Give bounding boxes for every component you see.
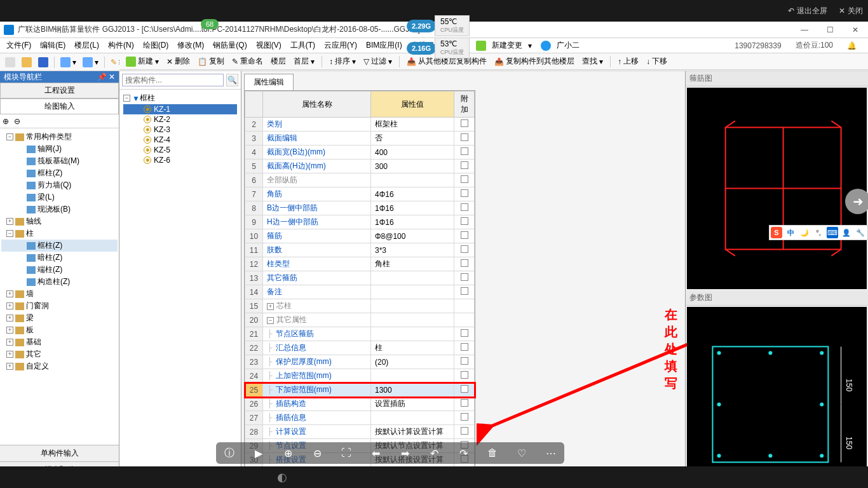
- menu-bim[interactable]: BIM应用(I): [362, 39, 406, 52]
- tree-node[interactable]: 剪力墙(Q): [1, 179, 118, 191]
- kz-list[interactable]: −▼ 框柱✱KZ-1✱KZ-2✱KZ-3✱KZ-4✱KZ-5✱KZ-6: [119, 90, 241, 168]
- tree-node[interactable]: +门窗洞: [1, 300, 118, 312]
- more-icon[interactable]: ⋯: [544, 446, 558, 460]
- info-icon[interactable]: ⓘ: [222, 446, 236, 460]
- menu-component[interactable]: 构件(N): [104, 39, 138, 52]
- tool-undo[interactable]: ▾: [58, 56, 79, 69]
- property-row[interactable]: 28├ 计算设置按默认计算设置计算: [245, 425, 475, 439]
- property-row[interactable]: 11肢数3*3: [245, 243, 475, 257]
- property-row[interactable]: 27├ 插筋信息: [245, 411, 475, 425]
- new-change-button[interactable]: 新建变更 ▾: [472, 37, 536, 53]
- property-row[interactable]: 20−其它属性: [245, 313, 475, 327]
- collapse-icon[interactable]: ⊖: [14, 117, 20, 126]
- btn-filter[interactable]: ▽ 过滤 ▾: [361, 55, 395, 68]
- property-row[interactable]: 2类别框架柱: [245, 118, 475, 132]
- property-row[interactable]: 3截面编辑否: [245, 132, 475, 146]
- property-row[interactable]: 24├ 上加密范围(mm): [245, 369, 475, 383]
- btn-new[interactable]: 新建 ▾: [123, 55, 161, 68]
- fit-icon[interactable]: ⛶: [339, 446, 353, 460]
- tab-project[interactable]: 工程设置: [0, 83, 119, 98]
- kz-root[interactable]: −▼ 框柱: [123, 92, 237, 104]
- property-row[interactable]: 13其它箍筋: [245, 271, 475, 285]
- kz-item[interactable]: ✱KZ-4: [123, 135, 237, 145]
- property-row[interactable]: 21├ 节点区箍筋: [245, 327, 475, 341]
- btn-rename[interactable]: ✎ 重命名: [229, 55, 266, 68]
- kz-item[interactable]: ✱KZ-1: [123, 104, 237, 114]
- search-button[interactable]: 🔍: [226, 74, 238, 86]
- next-preview-icon[interactable]: ➜: [845, 189, 868, 214]
- search-input[interactable]: [122, 74, 224, 86]
- tree-node[interactable]: 构造柱(Z): [1, 276, 118, 288]
- tab-draw[interactable]: 绘图输入: [0, 98, 119, 114]
- tool-save[interactable]: [36, 56, 51, 69]
- tree-node[interactable]: 框柱(Z): [1, 167, 118, 179]
- user-button[interactable]: 广小二: [537, 37, 587, 53]
- close-button[interactable]: ✕关闭: [839, 6, 863, 17]
- tree-node[interactable]: +轴线: [1, 215, 118, 227]
- maximize-button[interactable]: ☐: [817, 22, 843, 38]
- tool-redo[interactable]: ▾: [80, 56, 101, 69]
- property-row[interactable]: 7角筋4Φ16: [245, 187, 475, 201]
- tree-node[interactable]: −柱: [1, 227, 118, 240]
- property-row[interactable]: 25├ 下加密范围(mm)1300: [245, 383, 475, 397]
- taskbar-app-icon[interactable]: ◐: [273, 468, 291, 486]
- btn-up[interactable]: ↑ 上移: [615, 55, 641, 68]
- tree-node[interactable]: 暗柱(Z): [1, 252, 118, 264]
- menu-draw[interactable]: 绘图(D): [139, 39, 173, 52]
- property-row[interactable]: 22├ 汇总信息柱: [245, 341, 475, 355]
- property-table[interactable]: 属性名称属性值附加 2类别框架柱3截面编辑否4截面宽(B边)(mm)4005截面…: [244, 90, 475, 488]
- minimize-button[interactable]: —: [792, 22, 817, 38]
- menu-view[interactable]: 视图(V): [252, 39, 285, 52]
- menu-tools[interactable]: 工具(T): [287, 39, 319, 52]
- rotr-icon[interactable]: ↷: [456, 446, 470, 460]
- tab-single[interactable]: 单构件输入: [0, 445, 119, 461]
- menu-file[interactable]: 文件(F): [3, 39, 35, 52]
- ime-tool-icon[interactable]: 🔧: [855, 227, 866, 238]
- property-row[interactable]: 10箍筋Φ8@100: [245, 229, 475, 243]
- tree-node[interactable]: −常用构件类型: [1, 131, 118, 143]
- btn-sort[interactable]: ↕ 排序 ▾: [327, 55, 358, 68]
- tool-new[interactable]: [3, 56, 18, 69]
- next-icon[interactable]: ➡: [398, 446, 412, 460]
- ime-lang[interactable]: 中: [785, 227, 796, 238]
- taskbar[interactable]: ◐: [0, 466, 868, 488]
- zoomin-icon[interactable]: ⊕: [281, 446, 295, 460]
- tree-node[interactable]: +基础: [1, 336, 118, 348]
- ime-keyboard-icon[interactable]: ⌨: [827, 227, 838, 238]
- btn-copy[interactable]: 📋 复制: [195, 55, 227, 68]
- property-row[interactable]: 8B边一侧中部筋1Φ16: [245, 201, 475, 215]
- tree-node[interactable]: 现浇板(B): [1, 203, 118, 215]
- pin-icon[interactable]: 📌: [97, 72, 107, 81]
- kz-item[interactable]: ✱KZ-6: [123, 155, 237, 165]
- tree-node[interactable]: +板: [1, 324, 118, 336]
- tree-node[interactable]: 端柱(Z): [1, 264, 118, 276]
- menu-rebar[interactable]: 钢筋量(Q): [209, 39, 250, 52]
- tree-node[interactable]: +梁: [1, 312, 118, 324]
- close-panel-icon[interactable]: ✕: [109, 72, 115, 81]
- menu-floor[interactable]: 楼层(L): [71, 39, 103, 52]
- tree-node[interactable]: 筏板基础(M): [1, 155, 118, 167]
- component-tree[interactable]: −常用构件类型轴网(J)筏板基础(M)框柱(Z)剪力墙(Q)梁(L)现浇板(B)…: [0, 128, 119, 445]
- menu-cloud[interactable]: 云应用(Y): [320, 39, 361, 52]
- property-row[interactable]: 4截面宽(B边)(mm)400: [245, 146, 475, 159]
- menu-modify[interactable]: 修改(M): [173, 39, 208, 52]
- btn-delete[interactable]: ✕ 删除: [164, 55, 193, 68]
- exit-fullscreen-button[interactable]: ↶退出全屏: [788, 6, 827, 17]
- kz-item[interactable]: ✱KZ-3: [123, 125, 237, 135]
- btn-copyto[interactable]: 📤 复制构件到其他楼层: [492, 55, 577, 68]
- floor-select[interactable]: 首层 ▾: [291, 55, 317, 68]
- property-row[interactable]: 14备注: [245, 285, 475, 299]
- btn-find2[interactable]: 查找 ▾: [580, 55, 606, 68]
- tree-node[interactable]: +自定义: [1, 360, 118, 372]
- ime-user-icon[interactable]: 👤: [841, 227, 852, 238]
- kz-item[interactable]: ✱KZ-2: [123, 114, 237, 125]
- ime-toolbar[interactable]: S 中 🌙 °, ⌨ 👤 🔧: [769, 225, 868, 240]
- expand-icon[interactable]: ⊕: [3, 117, 9, 126]
- del-icon[interactable]: 🗑: [485, 446, 499, 460]
- property-row[interactable]: 23├ 保护层厚度(mm)(20): [245, 355, 475, 369]
- bell-icon[interactable]: 🔔: [843, 40, 860, 51]
- property-row[interactable]: 6全部纵筋: [245, 173, 475, 187]
- fav-icon[interactable]: ♡: [515, 446, 529, 460]
- rotl-icon[interactable]: ↶: [427, 446, 441, 460]
- ime-punct-icon[interactable]: °,: [813, 227, 824, 238]
